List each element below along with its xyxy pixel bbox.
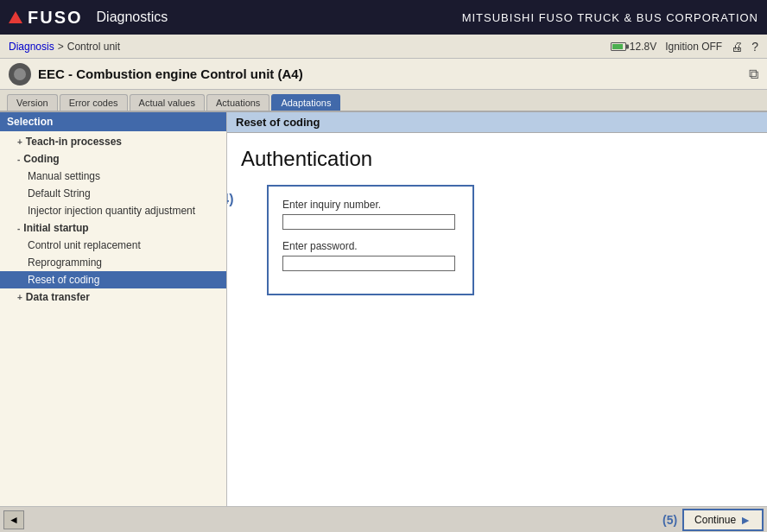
step4-indicator: (4) (227, 192, 234, 207)
ecu-icon (9, 63, 31, 86)
continue-wrapper: (5) Continue ► (662, 509, 764, 531)
sidebar-label-teach-in: Teach-in processes (26, 136, 122, 148)
sidebar-item-default-string[interactable]: Default String (0, 185, 226, 202)
expand-icon-data-transfer: + (17, 293, 22, 302)
help-icon[interactable]: ? (751, 40, 758, 54)
inquiry-label: Enter inquiry number. (282, 199, 459, 211)
app-subtitle: Diagnostics (97, 10, 168, 25)
expand-icon-coding: - (17, 155, 20, 164)
password-input[interactable] (282, 256, 455, 271)
breadcrumb-root[interactable]: Diagnosis (9, 41, 54, 53)
battery-info: 12.8V (611, 41, 656, 53)
sidebar-item-reprogramming[interactable]: Reprogramming (0, 254, 226, 271)
right-panel: Reset of coding Authentication (4) Enter… (227, 112, 767, 506)
sidebar-label-reprogramming: Reprogramming (28, 256, 102, 269)
auth-title: Authentication (241, 147, 753, 171)
sidebar-item-control-unit-replacement[interactable]: Control unit replacement (0, 237, 226, 254)
breadcrumb-separator: > (58, 41, 64, 53)
company-name: MITSUBISHI FUSO TRUCK & BUS CORPORATION (462, 11, 758, 24)
right-panel-header: Reset of coding (227, 112, 767, 133)
breadcrumb: Diagnosis > Control unit (9, 41, 120, 53)
inquiry-input[interactable] (282, 214, 455, 230)
sidebar-label-manual-settings: Manual settings (28, 170, 100, 182)
breadcrumb-bar: Diagnosis > Control unit 12.8V Ignition … (0, 35, 767, 59)
ecu-title: EEC - Combustion engine Control unit (A4… (38, 66, 749, 81)
auth-box: Enter inquiry number. Enter password. (267, 185, 474, 295)
battery-icon (611, 42, 626, 51)
continue-button[interactable]: Continue ► (682, 509, 764, 531)
tab-actuations[interactable]: Actuations (206, 94, 269, 111)
ecu-bar: EEC - Combustion engine Control unit (A4… (0, 59, 767, 90)
expand-icon-teach-in: + (17, 137, 22, 147)
breadcrumb-right: 12.8V Ignition OFF 🖨 ? (611, 40, 758, 54)
sidebar-item-manual-settings[interactable]: Manual settings (0, 168, 226, 185)
tab-actual-values[interactable]: Actual values (130, 94, 205, 111)
breadcrumb-current: Control unit (67, 41, 120, 53)
print-icon[interactable]: 🖨 (731, 40, 743, 54)
sidebar-label-initial-startup: Initial startup (23, 222, 88, 234)
sidebar-label-default-string: Default String (28, 187, 91, 200)
top-bar-left: FUSO Diagnostics (9, 8, 168, 28)
sidebar-item-injector[interactable]: Injector injection quantity adjustment (0, 202, 226, 219)
tab-adaptations[interactable]: Adaptations (271, 94, 340, 111)
continue-arrow-icon: ► (739, 513, 751, 527)
tab-version[interactable]: Version (7, 94, 58, 111)
sidebar-item-initial-startup[interactable]: - Initial startup (0, 219, 226, 237)
sidebar-item-teach-in[interactable]: + Teach-in processes (0, 133, 226, 150)
sidebar-item-data-transfer[interactable]: + Data transfer (0, 288, 226, 306)
sidebar-header: Selection (0, 112, 226, 131)
sidebar-content: + Teach-in processes - Coding Manual set… (0, 131, 226, 506)
ignition-status: Ignition OFF (665, 41, 722, 53)
sidebar-label-reset-coding: Reset of coding (28, 274, 99, 286)
expand-icon-initial: - (17, 224, 20, 233)
top-bar: FUSO Diagnostics MITSUBISHI FUSO TRUCK &… (0, 0, 767, 35)
tabs-bar: Version Error codes Actual values Actuat… (0, 90, 767, 112)
sidebar-label-coding: Coding (23, 153, 59, 165)
auth-section: (4) Enter inquiry number. Enter password… (241, 185, 474, 295)
bottom-nav: ◄ (5) Continue ► (0, 506, 767, 532)
step5-indicator: (5) (662, 513, 677, 527)
window-icon[interactable]: ⧉ (749, 66, 758, 82)
sidebar-item-reset-coding[interactable]: Reset of coding (0, 271, 226, 288)
ecu-icon-inner (14, 68, 26, 80)
sidebar-label-data-transfer: Data transfer (26, 291, 90, 303)
continue-label: Continue (694, 514, 736, 526)
fuso-logo: FUSO (9, 8, 83, 28)
main-content: Selection + Teach-in processes - Coding … (0, 112, 767, 506)
right-panel-body: Authentication (4) Enter inquiry number.… (227, 133, 767, 506)
sidebar-label-control-unit-replacement: Control unit replacement (28, 239, 141, 251)
fuso-triangle-icon (9, 11, 22, 23)
tab-error-codes[interactable]: Error codes (60, 94, 128, 111)
fuso-brand: FUSO (28, 8, 83, 28)
sidebar-label-injector: Injector injection quantity adjustment (28, 205, 195, 217)
sidebar: Selection + Teach-in processes - Coding … (0, 112, 227, 506)
back-arrow-button[interactable]: ◄ (3, 510, 24, 529)
password-label: Enter password. (282, 240, 459, 252)
sidebar-item-coding[interactable]: - Coding (0, 150, 226, 168)
battery-voltage: 12.8V (630, 41, 656, 53)
